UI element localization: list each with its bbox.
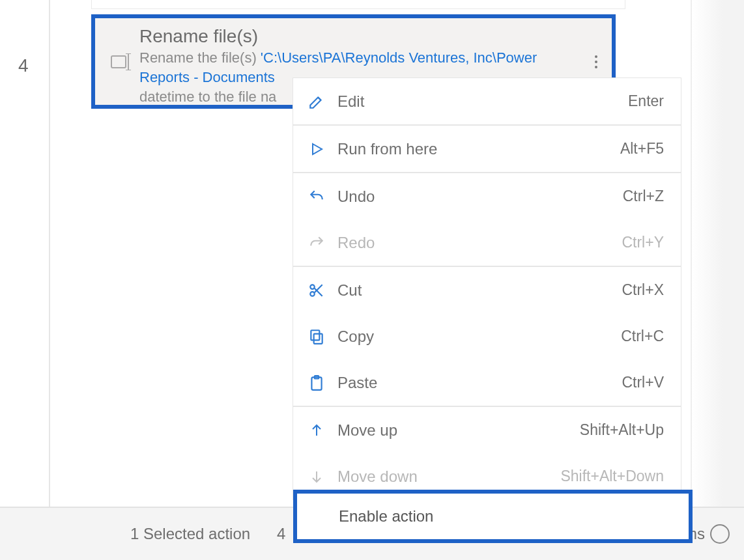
action-title: Rename file(s) bbox=[139, 26, 600, 47]
menu-movedown-label: Move down bbox=[337, 468, 560, 486]
svg-rect-9 bbox=[311, 330, 319, 340]
info-icon[interactable] bbox=[710, 524, 730, 544]
right-panel-edge bbox=[691, 0, 744, 508]
menu-run-shortcut: Alt+F5 bbox=[620, 140, 664, 158]
svg-rect-8 bbox=[314, 333, 322, 343]
action-desc-prefix: Rename the file(s) bbox=[139, 49, 261, 66]
action-desc-suffix: datetime to the file na bbox=[139, 89, 276, 105]
menu-cut-shortcut: Ctrl+X bbox=[622, 281, 664, 299]
menu-redo-shortcut: Ctrl+Y bbox=[622, 234, 664, 251]
menu-redo: Redo Ctrl+Y bbox=[293, 219, 681, 266]
menu-edit[interactable]: Edit Enter bbox=[293, 78, 681, 124]
menu-cut[interactable]: Cut Ctrl+X bbox=[293, 267, 681, 313]
copy-icon bbox=[308, 328, 326, 346]
menu-edit-label: Edit bbox=[337, 92, 628, 111]
menu-cut-label: Cut bbox=[337, 281, 622, 300]
menu-redo-label: Redo bbox=[337, 234, 622, 252]
paste-icon bbox=[308, 374, 326, 392]
menu-moveup-shortcut: Shift+Alt+Up bbox=[580, 421, 664, 439]
rename-file-icon bbox=[111, 53, 133, 70]
cut-icon bbox=[308, 281, 326, 300]
action-more-button[interactable] bbox=[588, 49, 604, 75]
status-count: 4 bbox=[277, 525, 285, 543]
menu-moveup-label: Move up bbox=[337, 421, 580, 440]
menu-movedown-shortcut: Shift+Alt+Down bbox=[560, 468, 664, 485]
play-icon bbox=[308, 140, 326, 158]
menu-enable-action[interactable]: Enable action bbox=[293, 490, 693, 543]
svg-point-5 bbox=[310, 292, 315, 296]
context-menu: Edit Enter Run from here Alt+F5 Undo Ctr… bbox=[293, 78, 681, 499]
designer-ruler bbox=[49, 0, 50, 508]
undo-icon bbox=[308, 188, 326, 206]
svg-rect-0 bbox=[111, 56, 126, 68]
menu-enable-label: Enable action bbox=[339, 507, 433, 525]
status-selection: 1 Selected action bbox=[130, 525, 250, 543]
arrow-up-icon bbox=[308, 421, 326, 440]
menu-copy-label: Copy bbox=[337, 328, 621, 346]
menu-copy-shortcut: Ctrl+C bbox=[621, 328, 664, 345]
previous-card-edge bbox=[91, 0, 625, 9]
menu-paste-shortcut: Ctrl+V bbox=[622, 374, 664, 391]
menu-run-label: Run from here bbox=[337, 140, 620, 158]
menu-undo-label: Undo bbox=[337, 188, 623, 206]
menu-copy[interactable]: Copy Ctrl+C bbox=[293, 313, 681, 359]
menu-paste[interactable]: Paste Ctrl+V bbox=[293, 359, 681, 406]
menu-paste-label: Paste bbox=[337, 374, 622, 392]
menu-move-up[interactable]: Move up Shift+Alt+Up bbox=[293, 407, 681, 453]
arrow-down-icon bbox=[308, 468, 326, 486]
menu-undo[interactable]: Undo Ctrl+Z bbox=[293, 173, 681, 219]
step-number: 4 bbox=[18, 55, 29, 76]
menu-undo-shortcut: Ctrl+Z bbox=[623, 188, 664, 205]
edit-icon bbox=[308, 92, 326, 111]
redo-icon bbox=[308, 234, 326, 252]
menu-edit-shortcut: Enter bbox=[628, 92, 664, 110]
menu-run-from-here[interactable]: Run from here Alt+F5 bbox=[293, 126, 681, 172]
svg-point-4 bbox=[310, 285, 315, 289]
